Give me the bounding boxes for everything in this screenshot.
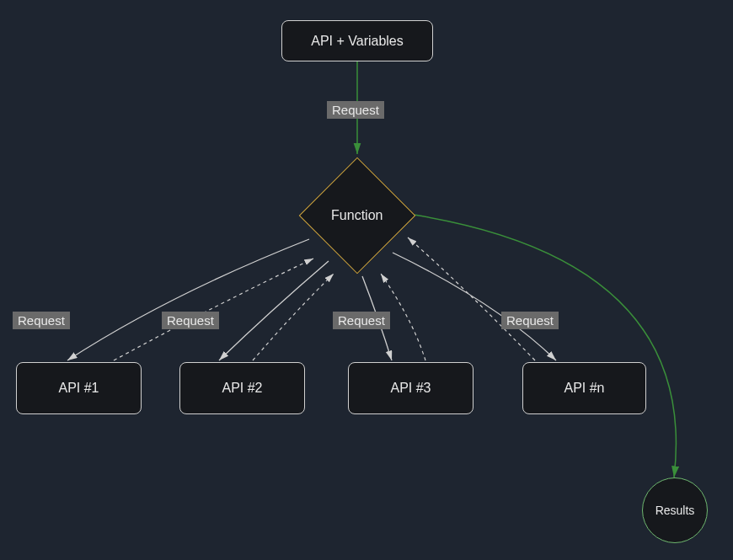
edge-label-req-n: Request — [501, 312, 559, 329]
edge-label-top-request: Request — [327, 101, 384, 119]
node-api-2-label: API #2 — [222, 381, 262, 396]
node-function-label: Function — [331, 208, 383, 223]
node-api-n-label: API #n — [564, 381, 604, 396]
edge-label-req-1: Request — [13, 312, 70, 329]
node-api-1-label: API #1 — [58, 381, 99, 396]
node-api-3: API #3 — [348, 362, 474, 414]
node-api-1: API #1 — [16, 362, 142, 414]
node-api-variables-label: API + Variables — [311, 34, 404, 49]
node-results-label: Results — [655, 504, 695, 517]
diagram-edges — [0, 0, 733, 560]
node-api-3-label: API #3 — [390, 381, 431, 396]
node-results: Results — [642, 477, 708, 543]
node-api-2: API #2 — [179, 362, 305, 414]
node-api-n: API #n — [522, 362, 646, 414]
edge-label-req-2: Request — [162, 312, 219, 329]
node-api-variables: API + Variables — [281, 20, 433, 61]
edge-label-req-3: Request — [333, 312, 390, 329]
